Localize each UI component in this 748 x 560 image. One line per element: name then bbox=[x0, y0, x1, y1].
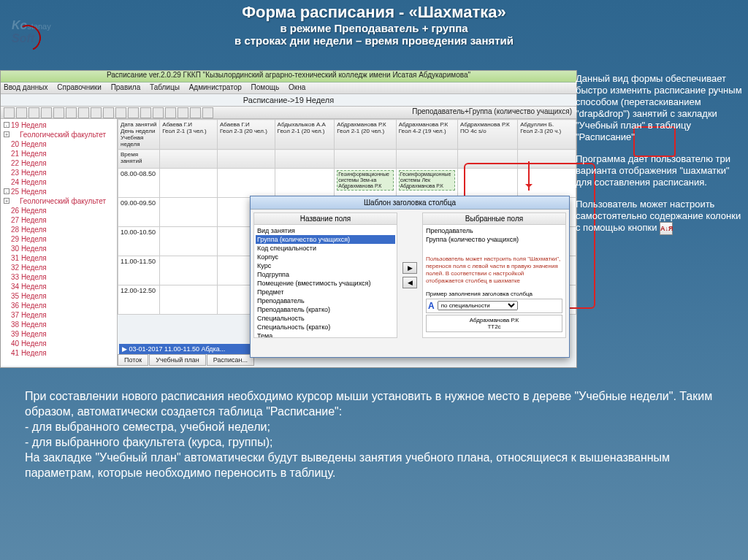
tree-item[interactable]: -19 Неделя bbox=[2, 120, 115, 130]
tab-flow[interactable]: Поток bbox=[118, 354, 148, 366]
tree-item[interactable]: 22 Неделя bbox=[2, 158, 115, 168]
bottom-tabs: Поток Учебный план Расписан... bbox=[118, 354, 255, 366]
toolbar-button[interactable] bbox=[78, 107, 89, 118]
week-tree[interactable]: -19 Неделя+Геологический факультет20 Нед… bbox=[1, 119, 118, 366]
field-item[interactable]: Специальность (кратко) bbox=[256, 323, 395, 331]
tree-item[interactable]: 28 Неделя bbox=[2, 225, 115, 234]
selected-slot-row[interactable]: ▶ 03-01-2017 11.00-11.50 Абдка... bbox=[119, 344, 265, 354]
field-item[interactable]: Код специальности bbox=[256, 244, 395, 253]
schedule-cell[interactable] bbox=[217, 169, 275, 198]
tree-item[interactable]: 39 Неделя bbox=[2, 329, 115, 339]
tree-item[interactable]: 21 Неделя bbox=[2, 149, 115, 158]
toolbar-button[interactable] bbox=[128, 107, 139, 118]
toolbar-button[interactable] bbox=[153, 107, 164, 118]
field-item[interactable]: Преподаватель (кратко) bbox=[256, 305, 395, 314]
toolbar-button[interactable] bbox=[140, 107, 151, 118]
field-item[interactable]: Тема bbox=[256, 331, 395, 337]
schedule-cell[interactable] bbox=[458, 169, 518, 198]
teacher-column-header[interactable]: Абдыхалыков А.А Геол 2-1 (20 чел.) bbox=[275, 120, 335, 150]
menu-bar[interactable]: Ввод данных Справочники Правила Таблицы … bbox=[1, 83, 576, 94]
schedule-cell[interactable]: Геоинформационные системы Лек Абдрахмано… bbox=[396, 169, 457, 198]
column-template-dialog: Шаблон заголовка столбца Название поля В… bbox=[250, 196, 570, 358]
toolbar-button[interactable] bbox=[16, 107, 27, 118]
tree-item[interactable]: 24 Неделя bbox=[2, 177, 115, 187]
schedule-cell[interactable] bbox=[160, 285, 218, 315]
schedule-cell[interactable] bbox=[160, 227, 218, 256]
schedule-cell[interactable] bbox=[160, 256, 218, 285]
schedule-cell[interactable] bbox=[518, 169, 576, 198]
menu-item[interactable]: Окна bbox=[289, 83, 305, 91]
schedule-cell[interactable] bbox=[160, 169, 218, 198]
tree-item[interactable]: 38 Неделя bbox=[2, 320, 115, 329]
teacher-column-header[interactable]: Абдрахманова Р.К Геол 2-1 (20 чел.) bbox=[335, 120, 396, 150]
tree-item[interactable]: 40 Неделя bbox=[2, 339, 115, 348]
teacher-column-header[interactable]: Абаева Г.И Геол 2-1 (3 чел.) bbox=[160, 120, 218, 150]
schedule-cell[interactable] bbox=[275, 169, 335, 198]
field-item[interactable]: Помещение (вместимость учащихся) bbox=[256, 279, 395, 288]
tree-item[interactable]: 41 Неделя bbox=[2, 348, 115, 358]
field-item[interactable]: Предмет bbox=[256, 288, 395, 296]
tree-item[interactable]: 30 Неделя bbox=[2, 244, 115, 253]
menu-item[interactable]: Таблицы bbox=[150, 83, 180, 91]
tree-item[interactable]: 37 Неделя bbox=[2, 310, 115, 320]
teacher-column-header[interactable]: Абдуллин Б. Геол 2-3 (20 ч.) bbox=[518, 120, 576, 150]
selected-field-item[interactable]: Преподаватель bbox=[424, 226, 564, 235]
tree-item[interactable]: -25 Неделя bbox=[2, 187, 115, 196]
tree-item[interactable]: 27 Неделя bbox=[2, 215, 115, 225]
toolbar-button[interactable] bbox=[103, 107, 114, 118]
menu-item[interactable]: Ввод данных bbox=[4, 83, 47, 91]
toolbar-button[interactable] bbox=[202, 107, 213, 118]
selected-fields-list[interactable]: ПреподавательГруппа (количество учащихся… bbox=[423, 225, 565, 251]
selected-field-item[interactable]: Группа (количество учащихся) bbox=[424, 235, 564, 244]
tree-item[interactable]: +Геологический факультет bbox=[2, 130, 115, 139]
tree-item[interactable]: +Геологический факультет bbox=[2, 196, 115, 206]
toolbar-button[interactable] bbox=[41, 107, 52, 118]
toolbar-button[interactable] bbox=[4, 107, 15, 118]
toolbar-button[interactable] bbox=[91, 107, 102, 118]
tree-item[interactable]: 26 Неделя bbox=[2, 206, 115, 215]
tree-item[interactable]: 31 Неделя bbox=[2, 253, 115, 263]
toolbar-button[interactable] bbox=[178, 107, 188, 118]
tree-item[interactable]: 36 Неделя bbox=[2, 301, 115, 310]
move-right-button[interactable]: ▶ bbox=[402, 262, 417, 274]
tree-item[interactable]: 32 Неделя bbox=[2, 263, 115, 272]
tree-item[interactable]: 20 Неделя bbox=[2, 139, 115, 149]
bold-icon[interactable]: A bbox=[428, 301, 435, 311]
toolbar-button[interactable] bbox=[66, 107, 77, 118]
tree-item[interactable]: 35 Неделя bbox=[2, 291, 115, 301]
field-item[interactable]: Корпус bbox=[256, 253, 395, 261]
field-item[interactable]: Специальность bbox=[256, 314, 395, 323]
schedule-cell[interactable]: Геоинформационные системы Зем-ка Абдрахм… bbox=[335, 169, 396, 198]
tree-item[interactable]: 33 Неделя bbox=[2, 272, 115, 282]
move-left-button[interactable]: ◀ bbox=[402, 277, 417, 288]
field-item[interactable]: Группа (количество учащихся) bbox=[256, 235, 395, 244]
menu-item[interactable]: Администратор bbox=[189, 83, 242, 91]
field-item[interactable]: Вид занятия bbox=[256, 226, 395, 235]
field-item[interactable]: Курс bbox=[256, 261, 395, 270]
tree-item[interactable]: 34 Неделя bbox=[2, 282, 115, 291]
toolbar-button[interactable] bbox=[28, 107, 39, 118]
tab-schedule[interactable]: Расписан... bbox=[207, 354, 254, 366]
arrow-icon bbox=[528, 161, 530, 191]
teacher-column-header[interactable]: Абдрахманова Р.К ПО 4с s/o bbox=[458, 120, 518, 150]
side-p1: Данный вид формы обеспечивает быстро изм… bbox=[576, 73, 742, 143]
tree-item[interactable]: 29 Неделя bbox=[2, 234, 115, 244]
teacher-column-header[interactable]: Абаева Г.И Геол 2-3 (20 чел.) bbox=[217, 120, 275, 150]
field-item[interactable]: Подгруппа bbox=[256, 270, 395, 279]
toolbar-button[interactable] bbox=[190, 107, 201, 118]
sort-button-icon[interactable]: А↓Я bbox=[660, 222, 673, 235]
field-item[interactable]: Преподаватель bbox=[256, 296, 395, 305]
menu-item[interactable]: Правила bbox=[111, 83, 141, 91]
menu-item[interactable]: Помощь bbox=[251, 83, 280, 91]
available-fields-list[interactable]: Вид занятияГруппа (количество учащихся)К… bbox=[254, 225, 397, 337]
toolbar-button[interactable] bbox=[53, 107, 64, 118]
schedule-cell[interactable] bbox=[160, 198, 218, 227]
toolbar-button[interactable] bbox=[165, 107, 176, 118]
teacher-column-header[interactable]: Абдрахманова Р.К Геол 4-2 (19 чел.) bbox=[396, 120, 457, 150]
example-select[interactable]: по специальности bbox=[438, 301, 518, 310]
tree-item[interactable]: 23 Неделя bbox=[2, 168, 115, 177]
menu-item[interactable]: Справочники bbox=[57, 83, 102, 91]
tab-curriculum[interactable]: Учебный план bbox=[149, 354, 206, 366]
dialog-title: Шаблон заголовка столбца bbox=[251, 196, 569, 210]
toolbar-button[interactable] bbox=[115, 107, 126, 118]
